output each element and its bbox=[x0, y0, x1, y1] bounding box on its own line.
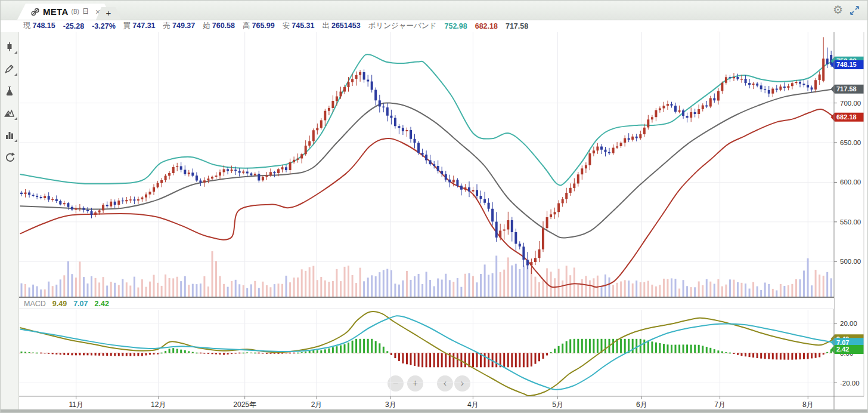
overlays-button[interactable] bbox=[2, 104, 17, 121]
macd-value: 9.49 bbox=[52, 300, 67, 308]
bollinger-bands-layer bbox=[20, 54, 834, 287]
x-axis: 11月12月2025年2月3月4月5月6月7月8月 bbox=[69, 396, 813, 409]
indicator-flask-icon bbox=[4, 85, 15, 96]
chart-app-window: 700.00650.00600.00550.00500.0020.000.00-… bbox=[0, 0, 868, 413]
bollinger-upper-value: 752.98 bbox=[444, 22, 467, 30]
bb-upper-tag: 752.98 bbox=[831, 57, 864, 66]
bid-price: 747.31 bbox=[132, 21, 155, 30]
high-label: 高 bbox=[243, 21, 250, 31]
x-axis-tick-label: 2月 bbox=[311, 400, 323, 409]
expand-icon[interactable] bbox=[849, 5, 860, 16]
macd-lines-layer bbox=[20, 312, 834, 396]
svg-text:748.15: 748.15 bbox=[836, 61, 857, 68]
chart-canvas: 700.00650.00600.00550.00500.0020.000.00-… bbox=[1, 1, 868, 413]
volume-bars-icon bbox=[4, 130, 15, 140]
volume-toggle-button[interactable] bbox=[2, 127, 17, 143]
low-price: 745.31 bbox=[292, 21, 314, 30]
x-axis-tick-label: 12月 bbox=[151, 400, 166, 409]
tab-symbol: META bbox=[43, 7, 69, 17]
bid-label: 買 bbox=[123, 21, 131, 31]
tab-market: (B) bbox=[72, 8, 79, 15]
draw-pen-icon bbox=[4, 63, 15, 74]
open-label: 始 bbox=[203, 21, 210, 31]
ask-label: 売 bbox=[163, 21, 171, 31]
price-axis-tick-label: 650.00 bbox=[840, 139, 861, 146]
pan-right-button[interactable]: › bbox=[454, 375, 470, 392]
macd-histogram-layer bbox=[21, 339, 832, 368]
pan-left-button[interactable]: ‹ bbox=[437, 375, 453, 392]
zoom-out-button[interactable]: − bbox=[388, 375, 404, 392]
draw-tools-button[interactable] bbox=[2, 60, 17, 77]
price-change-pct: -3.27% bbox=[92, 22, 116, 30]
tab-timeframe: 日 bbox=[82, 7, 89, 16]
gear-icon[interactable]: ⚙ bbox=[833, 4, 843, 16]
price-change: -25.28 bbox=[63, 22, 84, 30]
window-bottom-edge bbox=[1, 409, 867, 412]
svg-text:9.49: 9.49 bbox=[836, 335, 849, 343]
price-axis-tick-label: 550.00 bbox=[840, 218, 861, 226]
refresh-icon bbox=[4, 152, 15, 162]
bb-lower-tag: 682.18 bbox=[831, 113, 864, 122]
quote-bar: 現748.15 -25.28 -3.27% 買747.31 売749.37 始7… bbox=[1, 20, 867, 32]
x-axis-tick-label: 4月 bbox=[467, 400, 479, 409]
x-axis-tick-label: 3月 bbox=[385, 400, 396, 409]
open-price: 760.58 bbox=[212, 21, 235, 30]
high-price: 765.99 bbox=[252, 21, 275, 30]
chart-type-button[interactable] bbox=[2, 38, 17, 55]
x-axis-tick-label: 6月 bbox=[636, 400, 647, 409]
last-price-tag: 748.15 bbox=[831, 60, 864, 69]
last-price-label: 現 bbox=[23, 21, 31, 31]
left-toolbar bbox=[1, 32, 19, 409]
low-label: 安 bbox=[283, 21, 290, 31]
price-axis-tick-label: 600.00 bbox=[840, 178, 861, 186]
last-price: 748.15 bbox=[33, 21, 55, 30]
bollinger-label: ボリンジャーバンド bbox=[368, 21, 437, 31]
macd-axis-tick-label: -20.00 bbox=[840, 380, 860, 387]
macd-header: MACD 9.49 7.07 2.42 bbox=[19, 298, 834, 309]
macd-label: MACD bbox=[24, 300, 46, 308]
macd-signal-tag: 7.07 bbox=[831, 338, 864, 347]
macd-signal-value: 7.07 bbox=[73, 300, 88, 308]
x-axis-tick-label: 5月 bbox=[552, 400, 563, 409]
overlay-mountain-icon bbox=[4, 107, 15, 118]
x-axis-tick-label: 2025年 bbox=[233, 400, 256, 409]
svg-text:2.42: 2.42 bbox=[836, 346, 849, 353]
macd-axis-tick-label: 0.00 bbox=[840, 350, 853, 357]
bollinger-lower-value: 682.18 bbox=[475, 22, 498, 30]
tab-bar: META (B) 日 × + ⚙ bbox=[1, 1, 867, 20]
svg-text:7.07: 7.07 bbox=[836, 339, 849, 346]
bb-middle-tag: 717.58 bbox=[831, 85, 864, 94]
volume-value: 2651453 bbox=[331, 21, 361, 30]
svg-text:752.98: 752.98 bbox=[836, 57, 857, 64]
svg-text:717.58: 717.58 bbox=[836, 85, 857, 93]
candlestick-type-icon bbox=[4, 41, 15, 52]
refresh-button[interactable] bbox=[2, 149, 17, 165]
volume-layer bbox=[21, 251, 832, 297]
ask-price: 749.37 bbox=[172, 21, 195, 30]
x-axis-tick-label: 8月 bbox=[802, 400, 814, 409]
x-axis-tick-label: 7月 bbox=[714, 400, 726, 409]
unlink-icon bbox=[30, 7, 40, 17]
macd-hist-value: 2.42 bbox=[95, 300, 109, 308]
svg-text:682.18: 682.18 bbox=[836, 113, 857, 121]
volume-label: 出 bbox=[322, 21, 330, 31]
price-axis-tick-label: 700.00 bbox=[840, 100, 861, 107]
bollinger-middle-value: 717.58 bbox=[506, 22, 528, 30]
indicators-button[interactable] bbox=[2, 82, 17, 99]
zoom-in-button[interactable]: + bbox=[407, 375, 423, 392]
macd-hist-tag: 2.42 bbox=[831, 345, 864, 354]
price-axis-tick-label: 500.00 bbox=[840, 258, 861, 265]
macd-axis-tick-label: 20.00 bbox=[840, 320, 857, 327]
macd-tag: 9.49 bbox=[831, 334, 864, 343]
x-axis-tick-label: 11月 bbox=[69, 400, 83, 409]
candles-layer bbox=[20, 37, 832, 274]
